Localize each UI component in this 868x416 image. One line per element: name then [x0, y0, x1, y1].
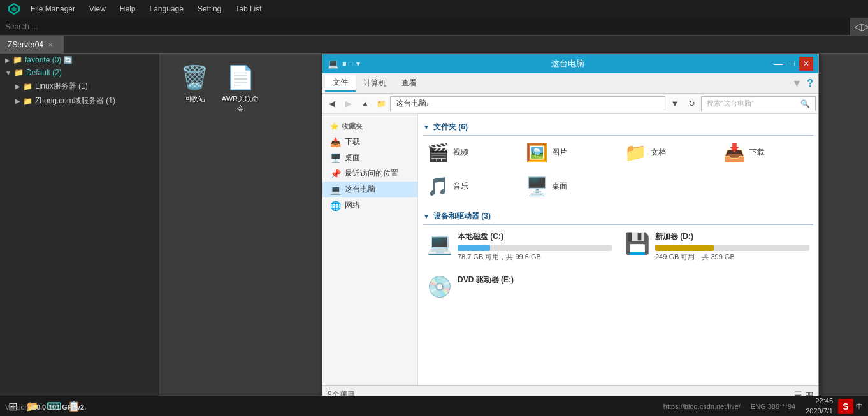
taskbar-badge: S [838, 399, 853, 414]
nav-this-pc[interactable]: 💻 这台电脑 [322, 182, 417, 197]
close-button[interactable]: ✕ [799, 57, 813, 71]
tree-label-linux: Linux服务器 (1) [35, 81, 88, 92]
folder-documents-label: 文档 [651, 147, 666, 158]
taskbar-lang: 中 [853, 401, 865, 411]
drive-d-icon: 💾 [625, 231, 650, 255]
search-nav-button[interactable]: ◁▷ [850, 18, 868, 36]
drives-section-label: 设备和驱动器 (3) [433, 211, 491, 222]
folder-desktop-label: 桌面 [552, 181, 567, 192]
tree-favorite[interactable]: ▶ 📁 favorite (0) 🔄 [0, 54, 159, 66]
explorer-nav: ⭐ 收藏夹 📥 下载 🖥️ 桌面 📌 最近访问的位置 💻 这台电脑 [322, 114, 418, 385]
triangle-folders: ▼ [423, 124, 430, 131]
drive-e-icon: 💿 [427, 275, 452, 299]
nav-network[interactable]: 🌐 网络 [322, 197, 417, 213]
drive-d-bar-fill [655, 245, 714, 251]
drive-e[interactable]: 💿 DVD 驱动器 (E:) [423, 271, 616, 303]
drive-c-bar-fill [458, 245, 490, 251]
help-button[interactable]: ? [804, 75, 816, 92]
drive-c-bar-bg [458, 245, 612, 251]
recycle-label: 回收站 [184, 94, 205, 104]
explorer-tab-file[interactable]: 文件 [325, 75, 356, 92]
up-button[interactable]: ▲ [358, 97, 372, 111]
folder-desktop[interactable]: 🖥️ 桌面 [522, 172, 616, 201]
menu-bar: File Manager View Help Language Setting … [0, 0, 868, 18]
drive-c-name: 本地磁盘 (C:) [458, 231, 612, 242]
awr-label: AWR关联命令 [220, 94, 261, 113]
folder-pictures-label: 图片 [552, 147, 567, 158]
menu-tab-list[interactable]: Tab List [229, 2, 268, 16]
menu-view[interactable]: View [83, 2, 112, 16]
tree-arrow-zhong: ▶ [15, 97, 20, 104]
folder-nav-icon: 📁 [375, 97, 387, 110]
download-folder-icon: 📥 [330, 137, 341, 147]
minimize-button[interactable]: — [771, 57, 785, 71]
menu-setting[interactable]: Setting [191, 2, 228, 16]
folder-music[interactable]: 🎵 音乐 [423, 172, 517, 201]
address-bar: ◀ ▶ ▲ 📁 这台电脑 › ▼ ↻ 搜索"这台电脑" 🔍 [322, 94, 818, 114]
folder-video[interactable]: 🎬 视频 [423, 138, 517, 167]
refresh-button[interactable]: ↻ [684, 97, 698, 111]
folder-music-label: 音乐 [453, 181, 468, 192]
explorer-tab-computer[interactable]: 计算机 [356, 75, 394, 91]
title-bar-icon: 💻 [328, 59, 338, 69]
drives-grid: 💻 本地磁盘 (C:) 78.7 GB 可用，共 99.6 GB 💾 新 [423, 227, 813, 303]
taskbar: ⊞ 📂 ⌨ 📋 https://blog.csdn.net/live/ ENG … [0, 396, 868, 416]
tree-label-favorite: favorite (0) [25, 55, 61, 64]
dropdown-button[interactable]: ▼ [668, 97, 682, 111]
folder-downloads-icon: 📥 [723, 142, 746, 163]
menu-help[interactable]: Help [113, 2, 142, 16]
date-display: 2020/7/1 [806, 406, 833, 416]
tab-label: ZServer04 [8, 40, 43, 49]
drive-d[interactable]: 💾 新加卷 (D:) 249 GB 可用，共 399 GB [621, 227, 813, 266]
folder-documents[interactable]: 📁 文档 [621, 138, 714, 167]
awr-icon: 📄 [225, 62, 256, 93]
drives-section-header: ▼ 设备和驱动器 (3) [423, 208, 813, 225]
folder-documents-icon: 📁 [625, 142, 647, 163]
nav-recent[interactable]: 📌 最近访问的位置 [322, 166, 417, 182]
explorer-tab-view[interactable]: 查看 [394, 75, 424, 91]
network-icon: 🌐 [330, 201, 341, 211]
folder-pictures-icon: 🖼️ [526, 142, 548, 163]
drive-c[interactable]: 💻 本地磁盘 (C:) 78.7 GB 可用，共 99.6 GB [423, 227, 616, 266]
tab-close-button[interactable]: × [48, 41, 52, 48]
favorites-section: ⭐ 收藏夹 [322, 119, 417, 134]
search-icon: 🔍 [800, 99, 810, 108]
explorer-title: 这台电脑 [364, 58, 771, 69]
folder-pictures[interactable]: 🖼️ 图片 [522, 138, 616, 167]
recent-icon: 📌 [330, 169, 341, 179]
maximize-button[interactable]: □ [785, 57, 799, 71]
tree-zhong[interactable]: ▶ 📁 Zhong.com域服务器 (1) [0, 94, 159, 108]
drive-d-size: 249 GB 可用，共 399 GB [655, 252, 809, 262]
search-area: ◁▷ [0, 18, 868, 36]
forward-button[interactable]: ▶ [342, 97, 356, 111]
tree-label-default: Default (2) [26, 68, 62, 77]
drive-c-size: 78.7 GB 可用，共 99.6 GB [458, 252, 612, 262]
triangle-drives: ▼ [423, 213, 430, 220]
explorer-main: ▼ 文件夹 (6) 🎬 视频 🖼️ 图片 📁 文档 [418, 114, 818, 385]
tree-linux[interactable]: ▶ 📁 Linux服务器 (1) [0, 79, 159, 94]
chevron-down-icon[interactable]: ▼ [789, 75, 804, 92]
menu-language[interactable]: Language [143, 2, 190, 16]
folder-downloads[interactable]: 📥 下载 [720, 138, 813, 167]
desktop-area: 🗑️ 回收站 📄 AWR关联命令 💻 ■ □ ▼ 这台电脑 — □ ✕ 文件 计… [160, 54, 868, 396]
folder-downloads-label: 下载 [749, 147, 765, 158]
address-path[interactable]: 这台电脑 › [390, 96, 665, 111]
explorer-window: 💻 ■ □ ▼ 这台电脑 — □ ✕ 文件 计算机 查看 ▼ ? ◀ ▶ ▲ 📁… [322, 54, 819, 404]
address-search[interactable]: 搜索"这台电脑" 🔍 [701, 96, 816, 111]
desktop-icon-awr[interactable]: 📄 AWR关联命令 [217, 60, 263, 116]
tree-label-zhong: Zhong.com域服务器 (1) [35, 96, 115, 106]
drive-e-name: DVD 驱动器 (E:) [458, 275, 612, 285]
explorer-toolbar: 文件 计算机 查看 ▼ ? [322, 73, 818, 94]
desktop-icon-recycle[interactable]: 🗑️ 回收站 [171, 60, 217, 106]
menu-file-manager[interactable]: File Manager [24, 2, 82, 16]
nav-desktop[interactable]: 🖥️ 桌面 [322, 150, 417, 166]
explorer-title-bar: 💻 ■ □ ▼ 这台电脑 — □ ✕ [322, 54, 818, 73]
tab-zserver04[interactable]: ZServer04 × [0, 36, 64, 53]
search-input[interactable] [0, 18, 850, 35]
back-button[interactable]: ◀ [325, 97, 339, 111]
tree-default[interactable]: ▼ 📁 Default (2) [0, 66, 159, 79]
this-pc-icon: 💻 [330, 185, 341, 195]
drive-d-bar-bg [655, 245, 809, 251]
nav-download[interactable]: 📥 下载 [322, 134, 417, 150]
folder-video-icon: 🎬 [427, 142, 449, 163]
